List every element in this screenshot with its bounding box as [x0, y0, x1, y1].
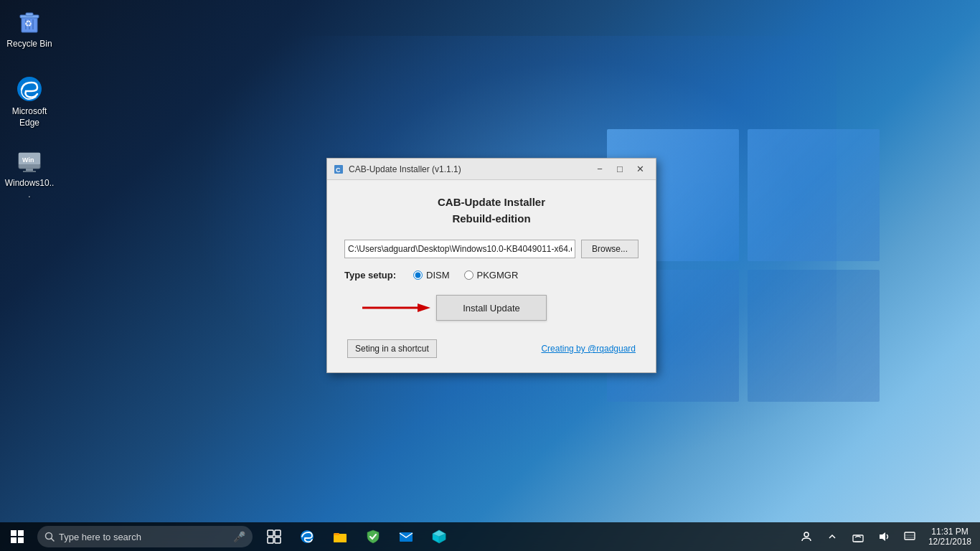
volume-icon[interactable]	[871, 522, 897, 551]
notification-icon[interactable]	[897, 522, 923, 551]
dialog-controls: − □ ✕	[590, 159, 650, 179]
svg-text:C: C	[336, 166, 341, 174]
notification-svg	[904, 531, 915, 542]
taskbar-apps	[258, 522, 455, 551]
people-svg	[801, 531, 812, 542]
svg-rect-11	[23, 171, 36, 172]
network-svg	[852, 531, 864, 542]
radio-group: DISM PKGMGR	[413, 270, 518, 281]
edge-taskbar-icon	[299, 529, 315, 545]
system-tray: 11:31 PM 12/21/2018	[793, 522, 980, 551]
3d-icon	[431, 529, 447, 545]
svg-rect-19	[268, 530, 273, 536]
dialog-footer: Seting in a shortcut Creating by @rqadgu…	[344, 334, 639, 361]
install-update-button[interactable]: Install Update	[436, 295, 547, 321]
pkgmgr-option[interactable]: PKGMGR	[464, 270, 519, 281]
edge-taskbar-button[interactable]	[291, 522, 323, 551]
people-icon[interactable]	[793, 522, 819, 551]
mail-icon	[398, 529, 414, 545]
volume-svg	[878, 531, 890, 542]
svg-marker-34	[880, 532, 885, 541]
svg-rect-35	[905, 532, 915, 540]
dialog-heading: CAB-Update Installer Rebuild-edition	[344, 194, 639, 227]
system-clock[interactable]: 11:31 PM 12/21/2018	[923, 522, 977, 551]
file-path-input[interactable]	[344, 240, 575, 258]
dism-option[interactable]: DISM	[413, 270, 450, 281]
windows10-svg: Win	[16, 147, 43, 174]
dialog-title: CAB-Update Installer (v1.1.1)	[349, 164, 585, 174]
chevron-up-icon	[829, 533, 836, 540]
dialog-body: CAB-Update Installer Rebuild-edition Bro…	[327, 180, 656, 372]
dism-radio[interactable]	[413, 270, 423, 280]
edge-desktop-icon[interactable]: Microsoft Edge	[1, 72, 58, 131]
arrow-svg	[359, 299, 430, 316]
desktop: ♻ Recycle Bin Microsoft Edge Win Wind	[0, 0, 980, 551]
task-view-button[interactable]	[258, 522, 290, 551]
recycle-bin-icon[interactable]: ♻ Recycle Bin	[1, 4, 58, 53]
svg-text:Win: Win	[22, 156, 34, 164]
security-icon	[365, 529, 381, 545]
type-setup-row: Type setup: DISM PKGMGR	[344, 270, 639, 281]
dialog-app-icon: C	[333, 164, 344, 175]
app3d-button[interactable]	[423, 522, 455, 551]
recycle-bin-label: Recycle Bin	[4, 39, 55, 50]
mail-button[interactable]	[390, 522, 422, 551]
clock-date: 12/21/2018	[928, 537, 971, 547]
search-placeholder: Type here to search	[59, 532, 141, 542]
svg-rect-21	[268, 537, 273, 543]
dism-label[interactable]: DISM	[426, 270, 450, 281]
browse-button[interactable]: Browse...	[581, 240, 639, 258]
pkgmgr-radio[interactable]	[464, 270, 473, 280]
file-explorer-button[interactable]	[324, 522, 356, 551]
heading-line1: CAB-Update Installer	[344, 194, 639, 211]
clock-time: 11:31 PM	[931, 527, 968, 537]
edge-desktop-label: Microsoft Edge	[4, 106, 55, 128]
minimize-button[interactable]: −	[590, 159, 610, 179]
dialog-titlebar: C CAB-Update Installer (v1.1.1) − □ ✕	[327, 159, 656, 180]
pkgmgr-label[interactable]: PKGMGR	[477, 270, 519, 281]
taskbar: Type here to search 🎤	[0, 522, 980, 551]
svg-rect-20	[275, 530, 281, 536]
task-view-icon	[267, 529, 281, 544]
svg-text:♻: ♻	[24, 19, 32, 29]
svg-marker-16	[418, 303, 430, 312]
cab-installer-dialog: C CAB-Update Installer (v1.1.1) − □ ✕ CA…	[326, 158, 656, 373]
install-row: Install Update	[344, 295, 639, 321]
shortcut-button[interactable]: Seting in a shortcut	[347, 339, 437, 358]
svg-rect-2	[26, 13, 33, 16]
close-button[interactable]: ✕	[630, 159, 650, 179]
network-icon[interactable]	[845, 522, 871, 551]
windows10-desktop-label: Windows10...	[4, 178, 55, 200]
search-box[interactable]: Type here to search 🎤	[37, 526, 253, 547]
recycle-bin-svg: ♻	[16, 8, 43, 35]
svg-line-18	[52, 539, 55, 542]
windows10-desktop-icon[interactable]: Win Windows10...	[1, 143, 58, 203]
start-button[interactable]	[0, 522, 34, 551]
search-icon	[44, 532, 55, 542]
credit-link[interactable]: Creating by @rqadguard	[541, 344, 636, 354]
svg-rect-25	[334, 535, 347, 542]
file-row: Browse...	[344, 240, 639, 258]
file-explorer-icon	[332, 529, 348, 545]
heading-line2: Rebuild-edition	[344, 211, 639, 227]
security-button[interactable]	[357, 522, 389, 551]
svg-point-30	[804, 532, 809, 537]
edge-svg	[16, 75, 43, 103]
start-icon	[11, 530, 24, 543]
maximize-button[interactable]: □	[610, 159, 630, 179]
arrow-container	[359, 299, 430, 316]
show-hidden-icons[interactable]	[819, 522, 845, 551]
type-setup-label: Type setup:	[344, 270, 396, 281]
microphone-icon[interactable]: 🎤	[233, 531, 245, 542]
svg-rect-22	[275, 537, 281, 543]
